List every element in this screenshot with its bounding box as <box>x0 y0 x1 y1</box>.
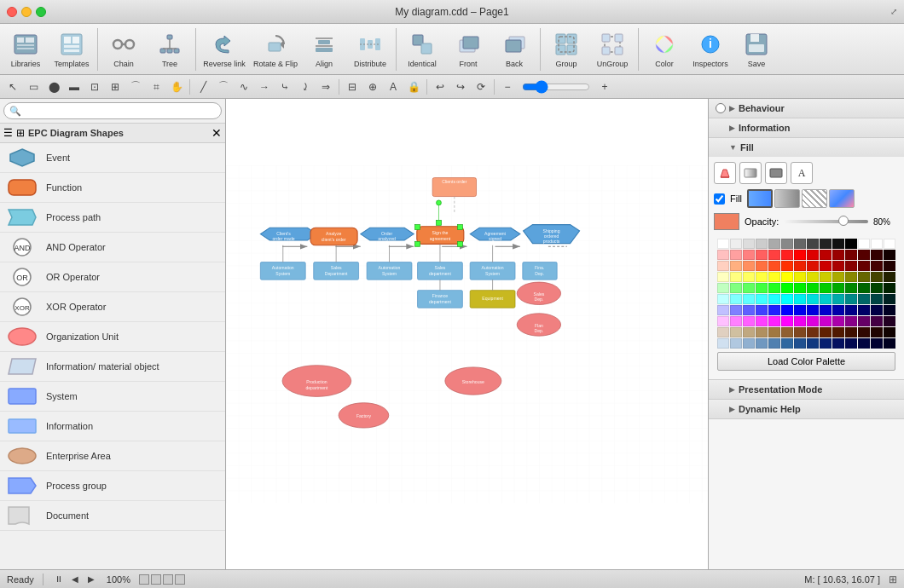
color-cell-94[interactable] <box>845 305 857 315</box>
color-cell-126[interactable] <box>717 338 729 349</box>
canvas-area[interactable]: Clients order Client's order made Analyz… <box>226 99 708 569</box>
color-cell-40[interactable] <box>871 261 883 271</box>
color-cell-10[interactable] <box>845 239 857 249</box>
toolbar-identical-button[interactable]: Identical <box>400 26 444 72</box>
zoom-slider[interactable] <box>522 82 590 92</box>
color-cell-56[interactable] <box>717 283 729 293</box>
color-cell-57[interactable] <box>730 283 742 293</box>
color-cell-48[interactable] <box>794 272 806 282</box>
information-section-header[interactable]: ▶ Information <box>709 118 904 137</box>
toolbar-back-button[interactable]: Back <box>492 26 536 72</box>
color-cell-6[interactable] <box>794 239 806 249</box>
color-cell-5[interactable] <box>781 239 793 249</box>
table-tool[interactable]: ⊟ <box>343 78 362 96</box>
color-cell-114[interactable] <box>743 327 755 337</box>
color-cell-67[interactable] <box>858 283 870 293</box>
color-cell-30[interactable] <box>743 261 755 271</box>
color-cell-119[interactable] <box>807 327 819 337</box>
shape-tool[interactable]: ⊡ <box>85 78 104 96</box>
color-cell-79[interactable] <box>832 294 844 304</box>
toolbar-align-button[interactable]: Align <box>302 26 346 72</box>
color-cell-51[interactable] <box>832 272 844 282</box>
color-cell-16[interactable] <box>743 250 755 260</box>
color-cell-39[interactable] <box>858 261 870 271</box>
color-cell-100[interactable] <box>743 316 755 326</box>
curve-tool[interactable]: ⌒ <box>126 78 145 96</box>
grid-tool[interactable]: ⊞ <box>106 78 125 96</box>
shape-item-process-group[interactable]: Process group <box>0 471 225 501</box>
shape-item-system[interactable]: System <box>0 382 225 412</box>
color-cell-33[interactable] <box>781 261 793 271</box>
zoom-tool[interactable]: ⊕ <box>363 78 382 96</box>
fill-section-header[interactable]: ▼ Fill <box>709 138 904 157</box>
pause-btn[interactable]: ⏸ <box>52 573 66 586</box>
fill-text-btn[interactable]: A <box>791 162 813 184</box>
color-cell-13[interactable] <box>884 239 895 249</box>
color-cell-65[interactable] <box>832 283 844 293</box>
color-cell-134[interactable] <box>820 338 832 349</box>
color-cell-128[interactable] <box>743 338 755 349</box>
color-cell-37[interactable] <box>832 261 844 271</box>
color-cell-31[interactable] <box>756 261 768 271</box>
color-cell-139[interactable] <box>884 338 895 349</box>
fill-style-none[interactable] <box>829 189 855 208</box>
toolbar-templates-button[interactable]: Templates <box>49 26 94 72</box>
color-cell-95[interactable] <box>858 305 870 315</box>
color-cell-129[interactable] <box>756 338 768 349</box>
page-dot-2[interactable] <box>151 574 161 585</box>
select-tool[interactable]: ↖ <box>3 78 22 96</box>
toolbar-tree-button[interactable]: Tree <box>148 26 192 72</box>
close-button[interactable] <box>7 7 17 17</box>
fill-checkbox[interactable] <box>714 193 725 205</box>
color-cell-2[interactable] <box>743 239 755 249</box>
shape-item-document[interactable]: Document <box>0 501 225 531</box>
shape-item-and-operator[interactable]: AND AND Operator <box>0 233 225 262</box>
color-cell-117[interactable] <box>781 327 793 337</box>
shape2-tool[interactable]: ⌗ <box>147 78 165 96</box>
color-cell-44[interactable] <box>743 272 755 282</box>
color-cell-138[interactable] <box>871 338 883 349</box>
color-cell-121[interactable] <box>832 327 844 337</box>
color-cell-86[interactable] <box>743 305 755 315</box>
toolbar-group-button[interactable]: Group <box>544 26 588 72</box>
color-cell-74[interactable] <box>768 294 780 304</box>
fill-paint-btn[interactable] <box>714 162 736 184</box>
color-cell-75[interactable] <box>781 294 793 304</box>
shape-item-or-operator[interactable]: OR OR Operator <box>0 262 225 292</box>
color-cell-104[interactable] <box>794 316 806 326</box>
next-page-btn[interactable]: ▶ <box>84 573 98 586</box>
color-cell-103[interactable] <box>781 316 793 326</box>
fill-style-pattern[interactable] <box>802 189 827 208</box>
shape-item-process-path[interactable]: Process path <box>0 203 225 233</box>
shape-item-function[interactable]: Function <box>0 173 225 203</box>
color-cell-92[interactable] <box>820 305 832 315</box>
color-cell-46[interactable] <box>768 272 780 282</box>
toolbar-reverse-link-button[interactable]: Reverse link <box>200 26 249 72</box>
page-dot-3[interactable] <box>163 574 173 585</box>
color-cell-34[interactable] <box>794 261 806 271</box>
toolbar-chain-button[interactable]: Chain <box>101 26 146 72</box>
color-cell-64[interactable] <box>820 283 832 293</box>
color-cell-55[interactable] <box>884 272 895 282</box>
color-cell-62[interactable] <box>794 283 806 293</box>
color-cell-78[interactable] <box>820 294 832 304</box>
color-cell-25[interactable] <box>858 250 870 260</box>
line-tool[interactable]: ╱ <box>194 78 212 96</box>
color-cell-50[interactable] <box>820 272 832 282</box>
color-cell-108[interactable] <box>845 316 857 326</box>
color-cell-63[interactable] <box>807 283 819 293</box>
color-cell-52[interactable] <box>845 272 857 282</box>
color-cell-15[interactable] <box>730 250 742 260</box>
color-cell-87[interactable] <box>756 305 768 315</box>
redo-tool[interactable]: ↪ <box>451 78 470 96</box>
toolbar-ungroup-button[interactable]: UnGroup <box>590 26 635 72</box>
color-cell-32[interactable] <box>768 261 780 271</box>
fill-style-solid[interactable] <box>747 189 773 208</box>
color-cell-118[interactable] <box>794 327 806 337</box>
toolbar-rotate-flip-button[interactable]: Rotate & Flip <box>251 26 300 72</box>
color-cell-43[interactable] <box>730 272 742 282</box>
load-palette-button[interactable]: Load Color Palette <box>717 352 895 371</box>
ellipse-tool[interactable]: ⬤ <box>44 78 63 96</box>
color-cell-41[interactable] <box>884 261 895 271</box>
color-cell-80[interactable] <box>845 294 857 304</box>
